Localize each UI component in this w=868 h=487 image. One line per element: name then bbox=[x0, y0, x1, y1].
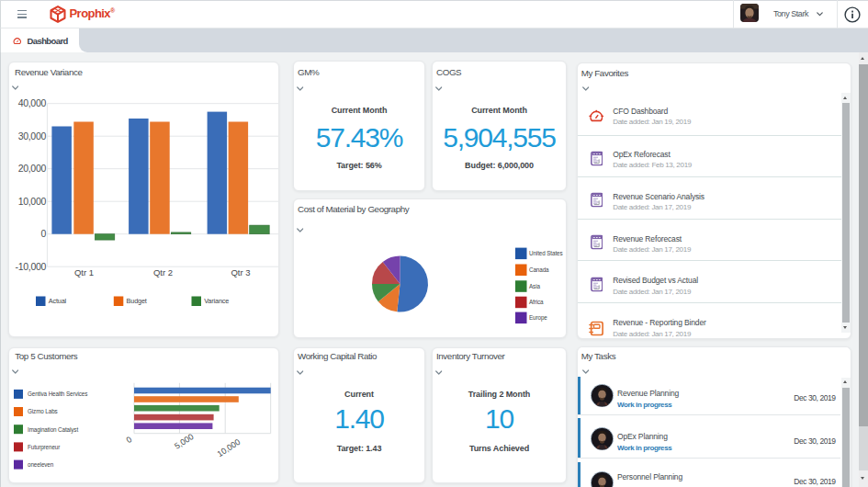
svg-text:0: 0 bbox=[40, 228, 46, 239]
svg-text:Qtr 2: Qtr 2 bbox=[153, 267, 173, 277]
svg-text:30,000: 30,000 bbox=[18, 130, 47, 142]
svg-text:Africa: Africa bbox=[529, 299, 544, 305]
svg-text:Gizmo Labs: Gizmo Labs bbox=[28, 408, 58, 414]
svg-text:Gentiva Health Services: Gentiva Health Services bbox=[28, 391, 87, 397]
svg-text:oneeleven: oneeleven bbox=[28, 461, 54, 468]
svg-text:Canada: Canada bbox=[529, 266, 549, 273]
svg-text:Variance: Variance bbox=[204, 297, 229, 305]
svg-text:Budget: Budget bbox=[127, 297, 147, 305]
svg-text:Qtr 1: Qtr 1 bbox=[74, 267, 94, 277]
svg-text:10,000: 10,000 bbox=[18, 196, 47, 207]
svg-text:Qtr 3: Qtr 3 bbox=[231, 267, 250, 277]
svg-text:10,000: 10,000 bbox=[216, 436, 242, 458]
svg-text:Futurpreneur: Futurpreneur bbox=[28, 443, 60, 450]
svg-text:Imagination Catalyst: Imagination Catalyst bbox=[28, 425, 78, 433]
svg-text:Europe: Europe bbox=[529, 314, 547, 322]
svg-text:Asia: Asia bbox=[529, 283, 540, 289]
svg-text:40,000: 40,000 bbox=[18, 97, 47, 108]
svg-text:5,000: 5,000 bbox=[173, 432, 195, 451]
svg-text:-10,000: -10,000 bbox=[15, 261, 46, 272]
svg-text:Actual: Actual bbox=[49, 297, 67, 305]
svg-text:0: 0 bbox=[125, 435, 134, 445]
svg-text:United States: United States bbox=[529, 250, 563, 256]
svg-text:20,000: 20,000 bbox=[18, 163, 47, 174]
